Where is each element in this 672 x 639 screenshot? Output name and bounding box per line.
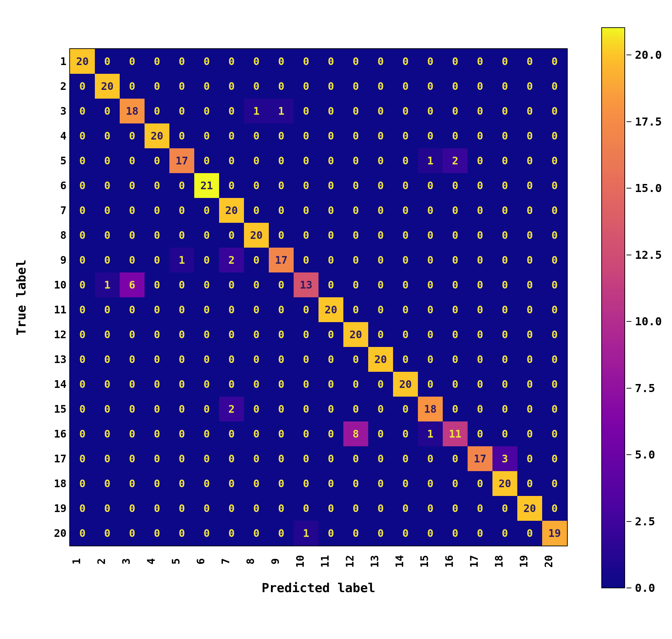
heatmap-cell: 0 (343, 272, 368, 297)
heatmap-cell: 0 (393, 99, 418, 123)
heatmap-cell: 1 (244, 99, 269, 123)
heatmap-cell: 0 (418, 322, 443, 347)
heatmap-cell: 1 (269, 99, 294, 123)
heatmap-cell: 0 (318, 496, 343, 521)
heatmap-cell: 0 (517, 521, 542, 546)
heatmap-cell: 0 (492, 148, 517, 173)
heatmap-cell: 0 (145, 198, 169, 223)
heatmap-cell: 0 (368, 446, 393, 471)
heatmap-cell: 0 (95, 123, 120, 148)
heatmap-cell: 0 (393, 148, 418, 173)
heatmap-cell: 0 (318, 248, 343, 272)
heatmap-cell: 0 (244, 347, 269, 372)
heatmap-cell: 0 (244, 521, 269, 546)
heatmap-cell: 0 (269, 322, 294, 347)
heatmap-cell: 0 (542, 496, 567, 521)
x-tick: 14 (393, 549, 418, 574)
heatmap-cell: 0 (194, 521, 219, 546)
y-tick: 10 (42, 272, 66, 297)
heatmap-cell: 0 (169, 471, 194, 496)
heatmap-cell: 0 (244, 248, 269, 272)
heatmap-cell: 0 (145, 99, 169, 123)
heatmap-cell: 0 (294, 347, 318, 372)
heatmap-cell: 0 (294, 397, 318, 421)
heatmap-cell: 0 (542, 99, 567, 123)
heatmap-cell: 0 (468, 397, 492, 421)
heatmap-cell: 20 (318, 297, 343, 322)
heatmap-cell: 0 (468, 123, 492, 148)
colorbar (602, 28, 624, 588)
heatmap-cell: 0 (318, 173, 343, 198)
heatmap-cell: 0 (492, 347, 517, 372)
heatmap-cell: 0 (120, 322, 145, 347)
heatmap-cell: 0 (70, 297, 95, 322)
heatmap-cell: 0 (542, 74, 567, 99)
heatmap-cell: 0 (418, 496, 443, 521)
heatmap-cell: 0 (120, 223, 145, 248)
heatmap-cell: 0 (542, 173, 567, 198)
heatmap-cell: 1 (418, 148, 443, 173)
heatmap-cell: 0 (393, 198, 418, 223)
heatmap-cell: 0 (443, 397, 468, 421)
heatmap-cell: 0 (120, 123, 145, 148)
heatmap-cell: 0 (492, 521, 517, 546)
heatmap-cell: 0 (542, 272, 567, 297)
heatmap-cell: 1 (294, 521, 318, 546)
heatmap-cell: 11 (443, 421, 468, 446)
heatmap-cell: 0 (219, 521, 244, 546)
heatmap-cell: 0 (244, 297, 269, 322)
heatmap-cell: 0 (443, 272, 468, 297)
heatmap-cell: 0 (95, 521, 120, 546)
heatmap-cell: 0 (443, 74, 468, 99)
heatmap-cell: 0 (368, 297, 393, 322)
heatmap-cell: 0 (492, 49, 517, 74)
heatmap-cell: 0 (194, 49, 219, 74)
y-tick: 18 (42, 471, 66, 496)
heatmap-cell: 0 (393, 421, 418, 446)
heatmap-cell: 2 (443, 148, 468, 173)
heatmap-cell: 0 (418, 123, 443, 148)
heatmap-cell: 0 (393, 173, 418, 198)
heatmap-cell: 0 (393, 446, 418, 471)
heatmap-cell: 0 (318, 322, 343, 347)
heatmap-cell: 0 (368, 272, 393, 297)
heatmap-cell: 0 (418, 99, 443, 123)
heatmap-cell: 0 (468, 322, 492, 347)
heatmap-cell: 0 (244, 421, 269, 446)
heatmap-cell: 0 (194, 99, 219, 123)
heatmap-cell: 0 (492, 74, 517, 99)
heatmap-cell: 0 (269, 372, 294, 397)
heatmap-cell: 0 (194, 471, 219, 496)
heatmap-cell: 0 (219, 49, 244, 74)
heatmap-cell: 0 (194, 372, 219, 397)
heatmap-cell: 0 (70, 248, 95, 272)
y-tick: 9 (42, 248, 66, 272)
heatmap-cell: 0 (318, 421, 343, 446)
heatmap-cell: 0 (120, 198, 145, 223)
heatmap-cell: 0 (120, 248, 145, 272)
heatmap-cell: 0 (219, 496, 244, 521)
heatmap-cell: 0 (294, 198, 318, 223)
heatmap-cell: 0 (194, 297, 219, 322)
heatmap-cell: 0 (194, 446, 219, 471)
heatmap-cell: 0 (318, 397, 343, 421)
heatmap-cell: 0 (517, 248, 542, 272)
heatmap-cell: 0 (468, 272, 492, 297)
heatmap-cell: 0 (318, 148, 343, 173)
heatmap-cell: 0 (269, 49, 294, 74)
heatmap-cell: 0 (294, 297, 318, 322)
x-tick: 8 (244, 549, 269, 574)
heatmap-cell: 0 (517, 74, 542, 99)
heatmap-cell: 0 (492, 173, 517, 198)
heatmap-cell: 0 (70, 123, 95, 148)
heatmap-cell: 0 (492, 198, 517, 223)
heatmap-cell: 2 (219, 397, 244, 421)
heatmap-cell: 0 (343, 173, 368, 198)
heatmap-cell: 0 (269, 148, 294, 173)
heatmap-cell: 0 (294, 446, 318, 471)
heatmap-cell: 0 (70, 496, 95, 521)
y-tick: 14 (42, 372, 66, 397)
heatmap-cell: 0 (269, 223, 294, 248)
heatmap-cell: 0 (368, 521, 393, 546)
heatmap-cell: 0 (219, 446, 244, 471)
